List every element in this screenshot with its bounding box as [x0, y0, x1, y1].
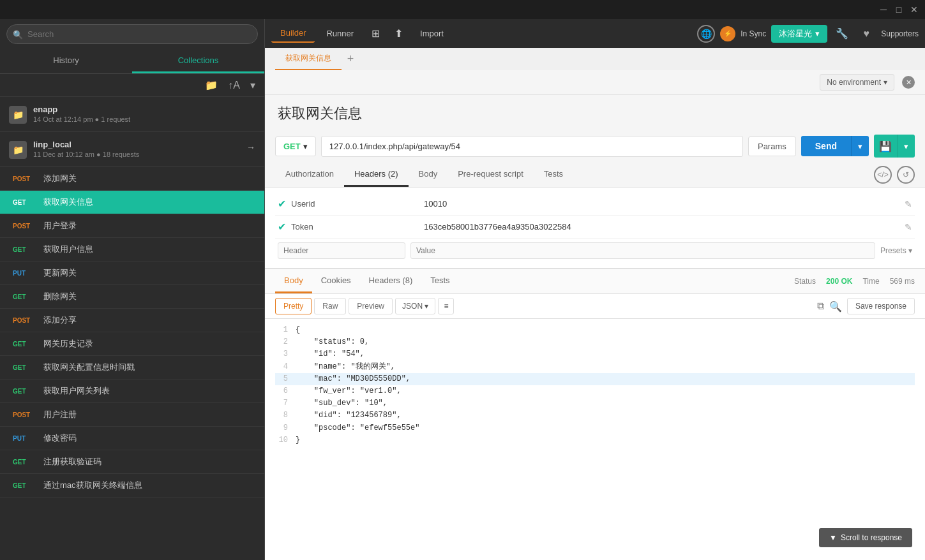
request-item[interactable]: POST 用户注册: [0, 403, 264, 427]
request-tab-tests[interactable]: Tests: [534, 163, 573, 187]
collection-linp-local[interactable]: 📁 linp_local 11 Dec at 10:12 am ● 18 req…: [0, 132, 264, 167]
request-name: 通过mac获取网关终端信息: [43, 480, 142, 491]
heart-button[interactable]: ♥: [857, 24, 876, 43]
presets-button[interactable]: Presets ▾: [880, 246, 912, 255]
wrap-button[interactable]: ≡: [438, 298, 454, 314]
line-number: 9: [275, 422, 288, 434]
globe-button[interactable]: 🌐: [697, 25, 715, 43]
resp-tab-cookies[interactable]: Cookies: [312, 269, 360, 293]
import-button[interactable]: ⬆: [388, 24, 409, 44]
topbar: Builder Runner ⊞ ⬆ Import 🌐 ⚡ In Sync 沐浴…: [265, 19, 925, 48]
request-item[interactable]: GET 网关历史记录: [0, 332, 264, 356]
minimize-button[interactable]: ─: [879, 5, 888, 14]
header-row: ✔ Token 163ceb58001b3776ea4a9350a3022584…: [275, 216, 915, 239]
import-label[interactable]: Import: [411, 25, 453, 42]
request-item[interactable]: GET 获取网关配置信息时间戳: [0, 356, 264, 379]
request-name: 添加分享: [43, 314, 77, 326]
save-response-button[interactable]: Save response: [847, 298, 915, 314]
format-select[interactable]: JSON ▾: [395, 298, 435, 314]
collection-enapp[interactable]: 📁 enapp 14 Oct at 12:14 pm ● 1 request: [0, 97, 264, 132]
code-content: "id": "54",: [296, 348, 365, 360]
reset-button[interactable]: ↺: [897, 166, 915, 184]
request-item[interactable]: GET 注册获取验证码: [0, 450, 264, 474]
code-line: 3 "id": "54",: [275, 348, 915, 360]
close-env-button[interactable]: ✕: [902, 76, 915, 89]
request-list: POST 添加网关 GET 获取网关信息 POST 用户登录 GET 获取用户信…: [0, 167, 264, 497]
search-response-button[interactable]: 🔍: [829, 300, 842, 313]
maximize-button[interactable]: □: [894, 5, 903, 14]
tab-collections[interactable]: Collections: [132, 49, 264, 73]
time-value: 569 ms: [890, 277, 915, 286]
new-folder-button[interactable]: 📁: [202, 78, 220, 92]
collection-info: enapp 14 Oct at 12:14 pm ● 1 request: [33, 105, 255, 123]
request-item[interactable]: POST 添加分享: [0, 309, 264, 332]
copy-button[interactable]: ⧉: [817, 300, 824, 312]
request-item[interactable]: GET 通过mac获取网关终端信息: [0, 474, 264, 497]
method-select[interactable]: GET ▾: [275, 136, 316, 156]
send-dropdown-button[interactable]: ▾: [851, 136, 869, 156]
request-item[interactable]: PUT 修改密码: [0, 427, 264, 450]
method-badge: GET: [13, 341, 37, 348]
request-item[interactable]: POST 添加网关: [0, 167, 264, 191]
header-edit-button[interactable]: ✎: [905, 199, 912, 209]
wrench-button[interactable]: 🔧: [832, 24, 852, 43]
resp-tab-body[interactable]: Body: [275, 269, 312, 293]
no-env-select[interactable]: No environment ▾: [820, 74, 894, 91]
url-input[interactable]: [321, 136, 743, 157]
tab-get-gateway[interactable]: 获取网关信息: [275, 48, 342, 70]
url-bar: GET ▾ Params Send ▾ 💾 ▾: [265, 129, 925, 163]
sidebar-tabs: History Collections: [0, 49, 264, 74]
header-value-input[interactable]: [410, 242, 875, 259]
builder-tab[interactable]: Builder: [271, 24, 315, 43]
request-tab-headers-(2)[interactable]: Headers (2): [344, 163, 409, 187]
request-tab-authorization[interactable]: Authorization: [275, 163, 344, 187]
sort-button[interactable]: ↑A: [225, 78, 243, 92]
supporters-button[interactable]: Supporters: [881, 29, 919, 38]
params-button[interactable]: Params: [748, 136, 796, 156]
header-edit-button[interactable]: ✎: [905, 222, 912, 232]
save-button[interactable]: 💾: [874, 135, 897, 158]
header-check-icon[interactable]: ✔: [278, 221, 286, 233]
request-item[interactable]: GET 获取网关信息: [0, 191, 264, 214]
more-options-button[interactable]: ▾: [248, 78, 258, 92]
send-button[interactable]: Send: [801, 136, 851, 156]
scroll-label: Scroll to response: [841, 533, 902, 542]
raw-button[interactable]: Raw: [314, 298, 346, 314]
scroll-to-response-button[interactable]: ▼ Scroll to response: [819, 528, 912, 547]
request-item[interactable]: PUT 更新网关: [0, 262, 264, 285]
code-content: }: [296, 434, 300, 446]
header-name-input[interactable]: [278, 242, 405, 259]
request-name: 用户登录: [43, 220, 77, 232]
request-item[interactable]: POST 用户登录: [0, 214, 264, 238]
pretty-button[interactable]: Pretty: [275, 298, 312, 314]
add-tab-button[interactable]: +: [342, 50, 359, 68]
time-label: Time: [862, 277, 879, 286]
user-button[interactable]: 沐浴星光 ▾: [771, 25, 827, 43]
resp-tab-tests[interactable]: Tests: [421, 269, 458, 293]
close-button[interactable]: ✕: [910, 5, 919, 14]
header-check-icon[interactable]: ✔: [278, 198, 286, 210]
runner-tab[interactable]: Runner: [317, 25, 363, 42]
collections-list: 📁 enapp 14 Oct at 12:14 pm ● 1 request 📁…: [0, 97, 264, 560]
save-dropdown-button[interactable]: ▾: [897, 135, 915, 158]
preview-button[interactable]: Preview: [349, 298, 393, 314]
search-input[interactable]: [6, 24, 258, 44]
arrow-icon: →: [246, 142, 255, 152]
save-button-group: 💾 ▾: [874, 135, 915, 158]
code-view-button[interactable]: </>: [874, 166, 892, 184]
line-number: 10: [275, 434, 288, 446]
request-name: 注册获取验证码: [43, 456, 102, 468]
request-tab-pre-request-script[interactable]: Pre-request script: [447, 163, 534, 187]
method-badge: GET: [13, 199, 37, 206]
code-line: 5 "mac": "MD30D5550DD",: [275, 373, 915, 385]
request-item[interactable]: GET 获取用户网关列表: [0, 379, 264, 403]
new-tab-button[interactable]: ⊞: [365, 24, 386, 44]
request-name: 获取网关信息: [43, 196, 93, 208]
header-row: ✔ Userid 10010 ✎: [275, 193, 915, 216]
tab-history[interactable]: History: [0, 49, 132, 73]
request-item[interactable]: GET 获取用户信息: [0, 238, 264, 262]
request-item[interactable]: GET 删除网关: [0, 285, 264, 309]
status-label: Status: [794, 277, 816, 286]
request-tab-body[interactable]: Body: [409, 163, 448, 187]
resp-tab-headers[interactable]: Headers (8): [360, 269, 422, 293]
